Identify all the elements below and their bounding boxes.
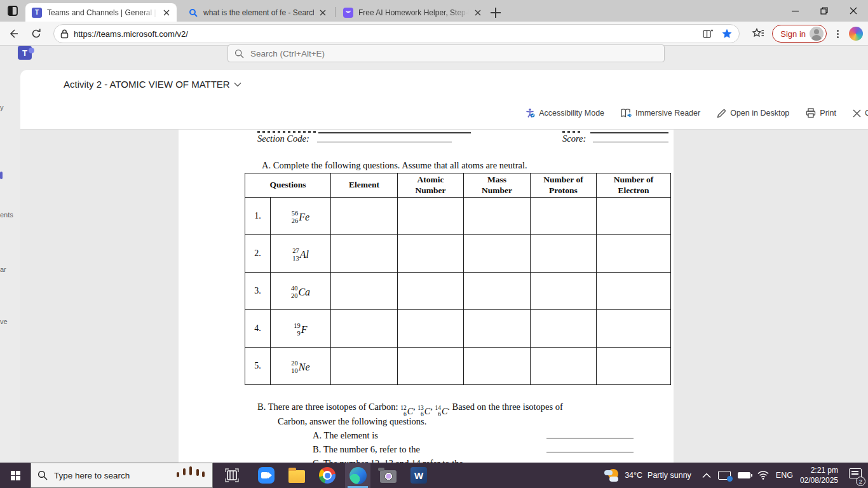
- copilot-icon[interactable]: [849, 27, 863, 41]
- more-menu-icon[interactable]: [834, 27, 841, 41]
- address-bar[interactable]: https://teams.microsoft.com/v2/: [53, 24, 740, 43]
- print-button[interactable]: Print: [806, 108, 836, 118]
- section-b-question-c: C. The number 12, 13 and 14 refer to the: [313, 458, 463, 463]
- clock-time: 2:21 pm: [800, 465, 838, 475]
- file-explorer-icon[interactable]: [284, 463, 309, 488]
- teams-header: T Search (Ctrl+Alt+E): [0, 46, 868, 70]
- sidebar-item-assignments-fragment[interactable]: ents: [0, 211, 13, 219]
- tab-title: Free AI Homework Helper, Step-b: [358, 8, 469, 17]
- isotope-notation: 5626Fe: [292, 210, 309, 224]
- search-highlight-image[interactable]: [165, 463, 212, 487]
- section-b-line2: Carbon, answer the following questions.: [278, 416, 426, 427]
- answer-cell: [464, 348, 531, 385]
- answer-blank: [546, 431, 634, 438]
- answer-cell: [531, 235, 597, 273]
- chrome-icon[interactable]: [315, 463, 340, 488]
- sign-in-button[interactable]: Sign in: [772, 25, 827, 43]
- camera-app-icon[interactable]: [376, 463, 401, 488]
- section-code-blank: [317, 133, 452, 142]
- answer-blank: [546, 445, 634, 452]
- split-screen-icon[interactable]: [703, 29, 714, 39]
- answer-cell: [464, 235, 531, 273]
- tab-close-icon[interactable]: [161, 8, 172, 18]
- document-page: Section Code: Score: A. Complete the fol…: [179, 130, 674, 463]
- answer-cell: [464, 198, 531, 235]
- window-controls: [780, 0, 868, 22]
- clock[interactable]: 2:21 pm 02/08/2025: [800, 465, 838, 485]
- score-blank: [593, 133, 668, 142]
- notification-center[interactable]: 2: [845, 467, 864, 484]
- browser-tab-homework[interactable]: Free AI Homework Helper, Step-b: [337, 3, 488, 22]
- back-icon[interactable]: [4, 24, 23, 43]
- close-document-button[interactable]: Close: [853, 109, 868, 118]
- tab-actions-icon[interactable]: [6, 4, 19, 17]
- answer-cell: [597, 235, 671, 273]
- new-tab-button[interactable]: [488, 5, 503, 20]
- teams-search-placeholder: Search (Ctrl+Alt+E): [250, 49, 325, 58]
- document-title[interactable]: Activity 2 - ATOMIC VIEW OF MATTER: [64, 79, 241, 90]
- restore-button[interactable]: [810, 0, 839, 22]
- question-number: 4.: [245, 310, 271, 348]
- answer-cell: [398, 310, 464, 348]
- immersive-reader-button[interactable]: Immersive Reader: [621, 108, 700, 118]
- url-text[interactable]: https://teams.microsoft.com/v2/: [74, 29, 703, 39]
- browser-tab-teams[interactable]: T Teams and Channels | General | M: [25, 3, 177, 22]
- accessibility-mode-button[interactable]: Accessibility Mode: [525, 108, 604, 118]
- table-row: 4. 199F: [245, 310, 671, 348]
- document-title-text: Activity 2 - ATOMIC VIEW OF MATTER: [64, 79, 230, 90]
- table-row: 5. 2010Ne: [245, 348, 671, 385]
- question-number: 3.: [245, 273, 271, 310]
- answer-cell: [331, 348, 398, 385]
- browser-tab-strip: T Teams and Channels | General | M what …: [0, 0, 868, 22]
- edge-icon-active[interactable]: [345, 463, 370, 488]
- browser-tab-search[interactable]: what is the element of fe - Search: [182, 3, 333, 22]
- answer-cell: [531, 310, 597, 348]
- answer-cell: [531, 348, 597, 385]
- isotope-notation: 199F: [294, 322, 307, 336]
- answer-cell: [531, 273, 597, 310]
- chevron-up-icon[interactable]: [702, 473, 711, 478]
- task-view-icon[interactable]: [219, 463, 245, 488]
- battery-icon[interactable]: [738, 472, 750, 478]
- wireless-display-icon[interactable]: [718, 471, 731, 480]
- favorites-star-icon[interactable]: [721, 28, 733, 39]
- teams-search-input[interactable]: Search (Ctrl+Alt+E): [227, 44, 665, 62]
- word-icon[interactable]: W: [406, 463, 431, 488]
- header-number-protons: Number ofProtons: [531, 173, 597, 198]
- refresh-icon[interactable]: [27, 24, 46, 43]
- sidebar-item-onedrive-fragment[interactable]: ve: [0, 318, 8, 325]
- weather-widget[interactable]: 34°C Partly sunny: [604, 468, 691, 483]
- close-window-button[interactable]: [839, 0, 868, 22]
- teams-sidebar-clipped: y ents ar ve: [0, 70, 20, 463]
- document-viewer[interactable]: Section Code: Score: A. Complete the fol…: [20, 129, 868, 463]
- document-toolbar: Accessibility Mode Immersive Reader Open…: [525, 108, 868, 118]
- notification-badge: 2: [856, 477, 865, 486]
- answer-cell: [398, 273, 464, 310]
- answer-cell: [597, 348, 671, 385]
- search-icon: [37, 470, 48, 480]
- zoom-app-icon[interactable]: [254, 463, 279, 488]
- collections-icon[interactable]: [752, 27, 764, 40]
- answer-cell: [531, 198, 597, 235]
- isotope-notation: 146C: [435, 405, 447, 418]
- tab-close-icon[interactable]: [318, 8, 328, 18]
- start-button[interactable]: [0, 463, 31, 488]
- sidebar-item-calendar-fragment[interactable]: ar: [0, 266, 6, 273]
- answer-cell: [464, 310, 531, 348]
- question-a-intro: A. Complete the following questions. Ass…: [262, 160, 527, 171]
- profile-avatar: [810, 27, 824, 41]
- language-indicator[interactable]: ENG: [776, 471, 793, 480]
- tab-close-icon[interactable]: [473, 8, 483, 18]
- taskbar-search-input[interactable]: Type here to search: [31, 463, 213, 488]
- table-row: 2. 2713Al: [245, 235, 671, 273]
- sidebar-item-activity-fragment[interactable]: y: [0, 104, 4, 111]
- atoms-table: Questions Element AtomicNumber MassNumbe…: [245, 173, 671, 385]
- answer-cell: [597, 198, 671, 235]
- wifi-icon[interactable]: [757, 471, 769, 480]
- open-in-desktop-button[interactable]: Open in Desktop: [717, 109, 789, 118]
- sidebar-item-chat-fragment[interactable]: [0, 172, 3, 179]
- minimize-button[interactable]: [780, 0, 810, 22]
- answer-cell: [331, 273, 398, 310]
- tab-title: what is the element of fe - Search: [203, 8, 314, 17]
- tab-separator: [335, 7, 336, 17]
